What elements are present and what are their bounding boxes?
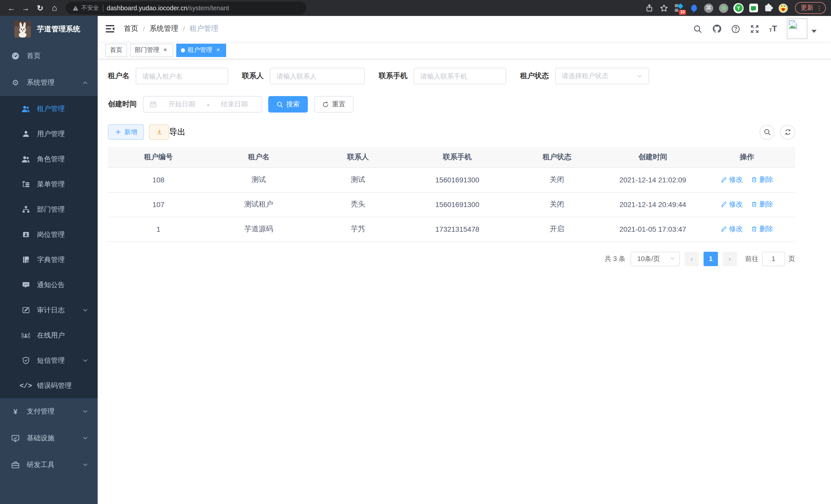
browser-forward-icon[interactable]: → [20,2,32,14]
extension-emoji-icon[interactable] [778,3,789,13]
sidebar-item-dict[interactable]: 字典管理 [0,247,98,272]
col-created: 创建时间 [607,147,699,168]
browser-reload-icon[interactable]: ↻ [34,2,46,14]
edit-button[interactable]: 修改 [721,200,743,209]
status-select[interactable]: 请选择租户状态 [555,68,649,84]
address-bar[interactable]: 不安全 dashboard.yudao.iocoder.cn/system/te… [66,2,306,14]
extension-command-icon[interactable]: ⌘ [704,3,714,13]
chevron-down-icon [82,409,88,415]
extension-recorder-icon[interactable] [718,3,729,13]
chevron-down-icon [670,256,675,262]
sidebar-item-role[interactable]: 角色管理 [0,146,98,172]
extension-tab-manager-icon[interactable]: 10 [674,3,684,13]
extension-puzzle-icon[interactable] [763,3,773,13]
edit-button[interactable]: 修改 [721,175,743,184]
sidebar-item-home[interactable]: 首页 [0,42,98,69]
col-tenant-id: 租户编号 [108,147,209,168]
sidebar-item-system[interactable]: ⚙ 系统管理 [0,69,98,96]
sidebar-item-sms[interactable]: 短信管理 [0,348,98,373]
extension-yuque-icon[interactable]: Y [733,3,744,13]
fullscreen-icon[interactable] [750,24,759,33]
app-header: 首页 / 系统管理 / 租户管理 TT [98,16,831,41]
refresh-table-button[interactable] [780,125,795,140]
export-button[interactable] [149,124,169,140]
user-avatar-menu[interactable] [787,19,816,39]
sidebar-item-error-code[interactable]: </> 错误码管理 [0,373,98,398]
contact-input[interactable] [277,72,358,80]
close-icon[interactable]: × [215,47,222,53]
sidebar-item-online-user[interactable]: 在线用户 [0,323,98,348]
delete-button[interactable]: 删除 [751,200,773,209]
bookmark-star-icon[interactable] [659,3,669,13]
table-row: 1 芋道源码 芋艿 17321315478 开启 2021-01-05 17:0… [108,217,795,241]
active-dot [181,48,185,52]
url-divider [103,4,103,11]
browser-home-icon[interactable]: ⌂ [48,2,61,14]
app-root: ← → ↻ ⌂ 不安全 dashboard.yudao.iocoder.cn/s… [0,0,831,504]
site-security[interactable]: 不安全 [73,4,99,12]
toolbox-icon [11,461,20,469]
next-page-button[interactable]: › [722,251,737,266]
breadcrumb-home[interactable]: 首页 [124,24,138,33]
sidebar-item-infra[interactable]: 基础设施 [0,425,98,452]
edit-button[interactable]: 修改 [721,225,743,234]
tab-home[interactable]: 首页 [105,43,127,57]
browser-update-button[interactable]: 更新 ⋮ [795,2,826,14]
font-size-icon[interactable]: TT [769,25,777,33]
sidebar-item-audit-log[interactable]: 审计日志 [0,297,98,323]
status-badge: 关闭 [507,168,607,192]
browser-menu-icon[interactable]: ⋮ [816,4,822,11]
toggle-search-button[interactable] [760,125,774,140]
extension-chat-icon[interactable] [748,3,758,13]
page-number-button[interactable]: 1 [704,251,718,266]
status-badge: 开启 [507,217,607,241]
mobile-input[interactable] [420,72,499,80]
goto-page-input[interactable] [762,251,785,266]
plus-icon [115,129,121,136]
avatar[interactable] [787,19,807,39]
close-icon[interactable]: × [162,47,169,53]
delete-button[interactable]: 删除 [751,175,773,184]
date-range-picker[interactable]: 开始日期 - 结束日期 [143,96,262,113]
extension-sketch-icon[interactable] [689,3,699,13]
header-search-icon[interactable] [693,24,702,33]
tab-tenant[interactable]: 租户管理 × [176,43,226,57]
chevron-up-icon [82,80,88,86]
created-time-label: 创建时间 [108,100,137,109]
sidebar-item-pay[interactable]: ¥ 支付管理 [0,398,98,425]
tab-dept[interactable]: 部门管理 × [130,43,173,57]
share-icon[interactable] [644,3,654,13]
sidebar-fold-icon[interactable] [105,24,115,34]
tenant-name-input[interactable] [142,72,222,80]
extension-badge: 10 [679,9,686,14]
table-row: 107 测试租户 秃头 15601691300 关闭 2021-12-14 20… [108,192,795,217]
sidebar-item-devtools[interactable]: 研发工具 [0,452,98,478]
sidebar-item-tenant[interactable]: 租户管理 [0,96,98,121]
breadcrumb: 首页 / 系统管理 / 租户管理 [124,24,219,33]
sidebar-item-user[interactable]: 用户管理 [0,121,98,146]
dict-book-icon [22,256,30,264]
add-button[interactable]: 新增 [108,124,144,140]
sidebar-item-notice[interactable]: 通知公告 [0,272,98,297]
edit-icon [721,201,727,208]
prev-page-button[interactable]: ‹ [685,251,699,266]
sidebar-logo[interactable]: 芋道管理系统 [0,16,98,42]
delete-button[interactable]: 删除 [751,225,773,234]
date-end: 结束日期 [213,100,255,109]
table-header-row: 租户编号 租户名 联系人 联系手机 租户状态 创建时间 操作 [108,147,795,168]
sidebar-item-post[interactable]: 岗位管理 [0,222,98,247]
sidebar-item-menu[interactable]: 菜单管理 [0,172,98,197]
page-suffix: 页 [789,254,795,263]
sidebar-item-dept[interactable]: 部门管理 [0,197,98,222]
page-size-select[interactable]: 10条/页 [631,251,680,266]
edit-icon [721,176,727,183]
reset-button[interactable]: 重置 [314,96,353,113]
calendar-icon [149,101,157,108]
browser-back-icon[interactable]: ← [5,2,18,14]
search-button[interactable]: 搜索 [268,96,308,113]
chevron-down-icon [82,435,88,441]
breadcrumb-section[interactable]: 系统管理 [149,24,178,33]
github-icon[interactable] [712,24,721,33]
gauge-icon [11,52,20,60]
help-icon[interactable] [731,24,740,33]
